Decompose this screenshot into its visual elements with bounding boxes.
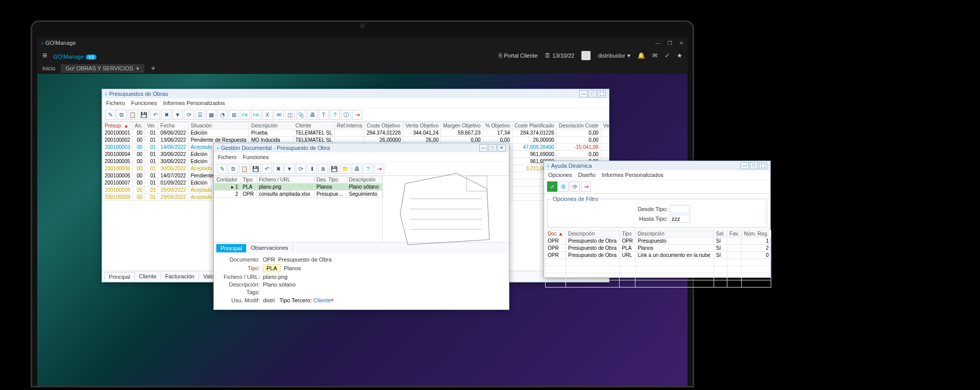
presup-window-header[interactable]: › Presupuestos de Obras — □ ⛶: [102, 89, 609, 98]
menu-item[interactable]: Informes Personalizados: [602, 172, 664, 178]
copy-icon[interactable]: ⧉: [228, 164, 238, 174]
exit-icon[interactable]: ⇥: [581, 181, 591, 192]
presup-menu[interactable]: FicheroFuncionesInformes Personalizados: [102, 98, 609, 108]
grid-icon[interactable]: ▦: [206, 110, 216, 120]
doc-menu[interactable]: FicheroFunciones: [214, 152, 509, 162]
folder-icon[interactable]: 📁: [340, 164, 351, 174]
table-row[interactable]: ▸ 1PLAplano.pngPlanosPlano sótano: [214, 184, 382, 191]
dyn-grid[interactable]: Doc ▲DescripciónTipoDescripciónSel.Fav.N…: [545, 230, 771, 288]
dyn-menu[interactable]: OpcionesDiseñoInformes Personalizados: [544, 170, 770, 180]
window-close-icon[interactable]: ✕: [679, 40, 683, 46]
table-row[interactable]: 200100001000108/06/2022Edición PruebaTEL…: [103, 129, 609, 137]
text-icon[interactable]: T: [318, 110, 329, 120]
exit-icon[interactable]: ⇥: [374, 164, 384, 174]
menu-item[interactable]: Funciones: [131, 100, 157, 106]
col-header[interactable]: Desviación Coste: [556, 122, 601, 129]
window-minimize-icon[interactable]: —: [655, 40, 660, 46]
col-header[interactable]: Ref.Interna: [334, 122, 364, 129]
col-header[interactable]: Descripción: [249, 122, 293, 129]
bottom-tab[interactable]: Cliente: [135, 272, 161, 281]
minimize-button[interactable]: —: [579, 90, 587, 97]
doc-window-header[interactable]: › Gestión Documental - Presupuesto de Ob…: [214, 143, 509, 152]
mail2-icon[interactable]: ✉: [274, 110, 284, 120]
col-header[interactable]: Descripción: [347, 176, 382, 184]
tab-add-icon[interactable]: ＋: [150, 64, 157, 73]
col-header[interactable]: Fichero / URL: [257, 176, 314, 184]
edit-icon[interactable]: ✎: [105, 110, 115, 120]
col-header[interactable]: Presup. ▲: [103, 122, 133, 129]
menu-item[interactable]: Diseño: [578, 172, 595, 178]
col-header[interactable]: Doc ▲: [546, 230, 566, 238]
avatar-icon[interactable]: [581, 51, 591, 60]
col-header[interactable]: Ver.: [145, 122, 158, 129]
col-header[interactable]: Descripción: [566, 230, 619, 238]
table-row[interactable]: OPRPresupuesto de ObraPLAPlanosSí2: [546, 245, 771, 252]
maximize-button[interactable]: ⛶: [598, 90, 606, 97]
star-icon[interactable]: ★: [677, 52, 682, 59]
help-icon[interactable]: ?: [330, 110, 340, 120]
print-icon[interactable]: 🖶: [307, 110, 317, 120]
chevron-down-icon[interactable]: ▾: [331, 297, 334, 303]
menu-item[interactable]: Fichero: [106, 100, 125, 106]
menu-item[interactable]: Fichero: [218, 154, 237, 160]
menu-item[interactable]: Funciones: [243, 154, 269, 160]
check-icon[interactable]: ✓: [665, 52, 670, 59]
paste-icon[interactable]: 📋: [239, 164, 250, 174]
doc-grid[interactable]: ContadorTipoFichero / URLDes. TipoDescri…: [214, 176, 382, 198]
col-header[interactable]: Coste Planificado: [512, 122, 556, 129]
table-icon[interactable]: ⊞: [229, 110, 239, 120]
sub-tab[interactable]: Principal: [216, 244, 247, 252]
menu-item[interactable]: Opciones: [548, 172, 572, 178]
col-header[interactable]: Venta Objetivo: [403, 122, 441, 129]
exit-icon[interactable]: ⇥: [352, 110, 362, 120]
edit-icon[interactable]: ✎: [217, 164, 227, 174]
col-header[interactable]: % Objetivo: [483, 122, 512, 129]
tab-close-icon[interactable]: ▾: [136, 65, 139, 72]
help-icon[interactable]: ?: [363, 164, 373, 174]
dyn-window-header[interactable]: › Ayuda Dinámica — □ ⛶: [544, 161, 770, 170]
bottom-tab[interactable]: Principal: [104, 272, 135, 281]
refresh-icon[interactable]: ⟳: [296, 164, 306, 174]
clock-icon[interactable]: ◔: [217, 110, 228, 120]
tipo-value[interactable]: PLA: [263, 264, 281, 272]
mail-icon[interactable]: ✉: [652, 52, 657, 59]
col-header[interactable]: Venta Planific.: [601, 122, 609, 129]
list-icon[interactable]: ☰: [195, 110, 205, 120]
refresh-icon[interactable]: ⟳: [184, 110, 194, 120]
tab-home[interactable]: Inicio: [42, 65, 56, 71]
table-row[interactable]: OPRPresupuesto de ObraURLLink a un docum…: [546, 252, 771, 259]
hasta-input[interactable]: [670, 215, 690, 223]
restore-button[interactable]: □: [589, 90, 597, 97]
minimize-button[interactable]: —: [479, 144, 487, 151]
attach-icon[interactable]: 📎: [296, 110, 306, 120]
filter-icon[interactable]: ▼: [284, 164, 295, 174]
restore-button[interactable]: □: [488, 144, 497, 151]
excel-icon[interactable]: X: [262, 110, 273, 120]
col-header[interactable]: Sel.: [714, 230, 727, 238]
col-header[interactable]: Des. Tipo: [314, 176, 347, 184]
doc-down-icon[interactable]: ⬇: [307, 164, 317, 174]
sub-tab[interactable]: Observaciones: [247, 244, 292, 252]
col-header[interactable]: Situación: [188, 122, 249, 129]
tercero-value[interactable]: Cliente: [313, 297, 331, 303]
user-dropdown[interactable]: distribuidor▾: [598, 52, 630, 59]
abc-icon[interactable]: FIE: [251, 110, 261, 120]
hamburger-icon[interactable]: ≡: [42, 51, 47, 60]
chart-icon[interactable]: ◫: [285, 110, 295, 120]
doc-view-icon[interactable]: 🗎: [318, 164, 328, 174]
col-header[interactable]: Tipo: [620, 230, 635, 238]
paste-icon[interactable]: 📋: [128, 110, 138, 120]
col-header[interactable]: Núm. Reg.: [742, 230, 771, 238]
col-header[interactable]: Tipo: [240, 176, 257, 184]
refresh-icon[interactable]: ⟳: [570, 181, 580, 192]
tab-gol[interactable]: Go! OBRAS Y SERVICIOS▾: [61, 64, 144, 73]
col-header[interactable]: Coste Objetivo: [364, 122, 403, 129]
col-header[interactable]: Margen Objetivo: [441, 122, 483, 129]
doc-save-icon[interactable]: 💾: [329, 164, 339, 174]
table-row[interactable]: OPRPresupuesto de ObraOPRPresupuestoSí1: [546, 238, 771, 245]
close-button[interactable]: ✕: [498, 144, 506, 151]
delete-icon[interactable]: ✖: [273, 164, 283, 174]
delete-icon[interactable]: ✖: [161, 110, 172, 120]
gear-icon[interactable]: ⚙: [558, 181, 569, 192]
fie-icon[interactable]: FIE: [240, 110, 250, 120]
